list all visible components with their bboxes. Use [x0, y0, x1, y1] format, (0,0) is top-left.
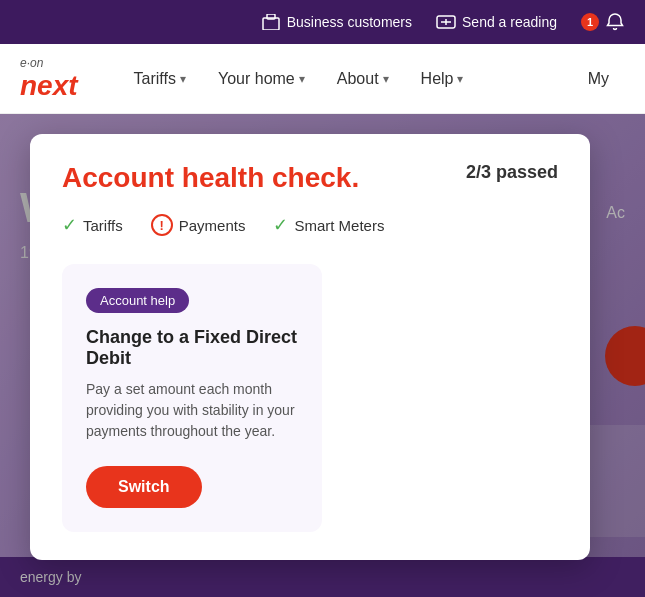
- notification-bell[interactable]: 1: [581, 12, 625, 32]
- svg-rect-1: [267, 14, 275, 19]
- nav-item-help[interactable]: Help ▾: [405, 44, 480, 114]
- nav-about-label: About: [337, 70, 379, 88]
- nav-item-your-home[interactable]: Your home ▾: [202, 44, 321, 114]
- nav-help-label: Help: [421, 70, 454, 88]
- chevron-down-icon: ▾: [457, 72, 463, 86]
- top-bar: Business customers Send a reading 1: [0, 0, 645, 44]
- logo[interactable]: e·on next: [20, 56, 78, 102]
- check-tariffs-label: Tariffs: [83, 217, 123, 234]
- main-content: Wo 192 G Ac t paym payme ment is s after…: [0, 114, 645, 597]
- notification-count: 1: [581, 13, 599, 31]
- chevron-down-icon: ▾: [299, 72, 305, 86]
- nav-your-home-label: Your home: [218, 70, 295, 88]
- nav-links: Tariffs ▾ Your home ▾ About ▾ Help ▾ My: [118, 44, 625, 114]
- switch-button[interactable]: Switch: [86, 466, 202, 508]
- check-smart-meters-label: Smart Meters: [294, 217, 384, 234]
- nav-tariffs-label: Tariffs: [134, 70, 176, 88]
- chevron-down-icon: ▾: [383, 72, 389, 86]
- send-reading-label: Send a reading: [462, 14, 557, 30]
- chevron-down-icon: ▾: [180, 72, 186, 86]
- check-items: ✓ Tariffs ! Payments ✓ Smart Meters: [62, 214, 558, 236]
- check-item-tariffs: ✓ Tariffs: [62, 214, 123, 236]
- check-pass-icon: ✓: [62, 214, 77, 236]
- meter-icon: [436, 12, 456, 32]
- help-card: Account help Change to a Fixed Direct De…: [62, 264, 322, 532]
- nav-my-label: My: [588, 70, 609, 88]
- nav-item-about[interactable]: About ▾: [321, 44, 405, 114]
- check-payments-label: Payments: [179, 217, 246, 234]
- svg-rect-0: [263, 18, 279, 30]
- business-customers-link[interactable]: Business customers: [261, 12, 412, 32]
- logo-eon: e·on: [20, 56, 78, 70]
- check-warn-icon: !: [151, 214, 173, 236]
- check-item-smart-meters: ✓ Smart Meters: [273, 214, 384, 236]
- send-reading-link[interactable]: Send a reading: [436, 12, 557, 32]
- modal-header: Account health check. 2/3 passed: [62, 162, 558, 194]
- account-help-badge: Account help: [86, 288, 189, 313]
- card-description: Pay a set amount each month providing yo…: [86, 379, 298, 442]
- check-pass-icon: ✓: [273, 214, 288, 236]
- modal-title: Account health check.: [62, 162, 359, 194]
- nav-item-my[interactable]: My: [572, 44, 625, 114]
- logo-next: next: [20, 70, 78, 102]
- modal-overlay: Account health check. 2/3 passed ✓ Tarif…: [0, 114, 645, 597]
- passed-badge: 2/3 passed: [466, 162, 558, 183]
- check-item-payments: ! Payments: [151, 214, 246, 236]
- card-title: Change to a Fixed Direct Debit: [86, 327, 298, 369]
- health-check-modal: Account health check. 2/3 passed ✓ Tarif…: [30, 134, 590, 560]
- business-customers-label: Business customers: [287, 14, 412, 30]
- business-icon: [261, 12, 281, 32]
- nav-bar: e·on next Tariffs ▾ Your home ▾ About ▾ …: [0, 44, 645, 114]
- nav-item-tariffs[interactable]: Tariffs ▾: [118, 44, 202, 114]
